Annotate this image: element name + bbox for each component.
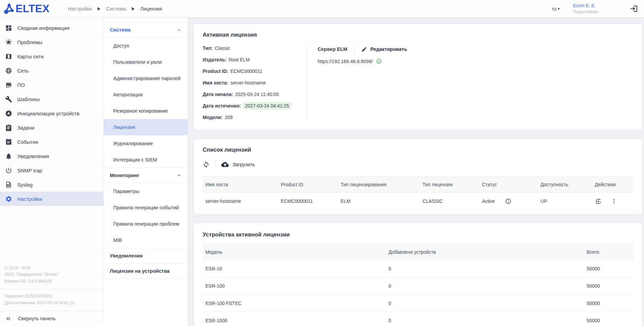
cell-total: 50000 [584, 295, 633, 312]
sidebar-item-software[interactable]: ПО [0, 78, 103, 92]
power-icon [5, 167, 12, 174]
sidebar-item-label: Сеть [17, 68, 28, 74]
user-menu[interactable]: Eccm E. E. SuperAdmin [573, 3, 598, 15]
sidebar-item-label: Проблемы [17, 39, 42, 45]
collapse-panel-button[interactable]: Свернуть панель [0, 311, 103, 326]
column-header: Имя хоста [203, 177, 278, 193]
column-header: Product ID [278, 177, 338, 193]
column-header: Добавлено устройств [386, 244, 584, 260]
toolbar-divider [215, 159, 216, 170]
breadcrumb: Настройки Система Лицензия [68, 6, 162, 12]
submenu-item-authorization[interactable]: Авторизация [104, 87, 187, 103]
cell-availability: UP [538, 193, 592, 210]
submenu-section-notifications[interactable]: Уведомления [104, 248, 187, 264]
field-models: Модели:209 [203, 114, 306, 121]
sidebar-item-label: Задачи [17, 125, 34, 131]
submenu-item-backup[interactable]: Резервное копирование [104, 103, 187, 119]
card-title: Список лицензий [194, 139, 642, 153]
refresh-icon [203, 161, 209, 168]
breadcrumb-item-system[interactable]: Система [106, 6, 126, 12]
field-product-id: Product ID:ECMC0000011 [203, 68, 306, 75]
edit-server-button[interactable]: Редактировать [361, 46, 407, 52]
language-selector[interactable]: ru ▼ [552, 6, 560, 12]
devices-card: Устройства активной лицензии Модель Доба… [194, 223, 643, 326]
top-bar: ELTEX Настройки Система Лицензия ru ▼ Ec… [0, 0, 644, 18]
expiry-highlight: 2027-03-24 04:41:25 [243, 102, 291, 110]
activate-license-button[interactable] [595, 198, 602, 205]
restart-play-icon [595, 198, 602, 205]
sidebar-item-syslog[interactable]: LOG Syslog [0, 177, 103, 192]
section-label: Лицензии на устройства [110, 268, 169, 274]
submenu-item-mib[interactable]: MIB [104, 232, 187, 248]
server-url: https://192.168.48.8:8099/ [318, 59, 373, 64]
sidebar-item-snmp-trap[interactable]: SNMP trap [0, 163, 103, 177]
divider [354, 45, 355, 54]
cell-added: 0 [386, 312, 584, 326]
eltex-logo[interactable]: ELTEX [4, 3, 49, 15]
breadcrumb-item-license: Лицензия [140, 6, 162, 12]
logout-button[interactable] [629, 4, 638, 13]
cell-added: 0 [386, 295, 584, 312]
clipboard-icon [5, 124, 12, 131]
breadcrumb-item-settings[interactable]: Настройки [68, 6, 92, 12]
card-title: Активная лицензия [194, 24, 642, 38]
cell-licensing-type: ELM [338, 193, 420, 210]
log-file-icon: LOG [5, 181, 12, 188]
main-content: Активная лицензия Тип:Classic Издатель:R… [188, 18, 644, 326]
cell-model: ESR-100 FSTEC [203, 295, 386, 312]
sidebar-item-device-init[interactable]: A Инициализация устройств [0, 106, 103, 120]
primary-nav: Сводная информация Проблемы Карты сети С… [0, 18, 103, 206]
sidebar-item-problems[interactable]: Проблемы [0, 35, 103, 49]
table-row: ESR-100 FSTEC 0 50000 [203, 295, 633, 312]
submenu-item-journaling[interactable]: Журналирование [104, 135, 187, 152]
cell-total: 50000 [584, 260, 633, 277]
sidebar-item-network-maps[interactable]: Карты сети [0, 49, 103, 63]
submenu-section-device-licenses[interactable]: Лицензии на устройства [104, 263, 187, 279]
cell-hostname: server-hostname [203, 193, 278, 210]
submenu-section-system[interactable]: Система [104, 22, 187, 38]
submenu-item-siem[interactable]: Интеграция с SIEM [104, 152, 187, 168]
column-header: Модель [203, 244, 386, 260]
submenu-item-license[interactable]: Лицензия [104, 119, 187, 135]
cell-total: 50000 [584, 312, 633, 326]
settings-submenu: Система Доступ Пользователи и роли Админ… [104, 18, 188, 326]
sidebar-item-templates[interactable]: Шаблоны [0, 92, 103, 106]
sidebar-item-summary[interactable]: Сводная информация [0, 21, 103, 35]
siren-icon [5, 39, 12, 46]
submenu-section-monitoring[interactable]: Мониторинг [104, 168, 187, 183]
submenu-item-access[interactable]: Доступ [104, 38, 187, 54]
submenu-item-problem-rules[interactable]: Правила генерации проблем [104, 216, 187, 232]
field-hostname: Имя хоста:server-hostname [203, 79, 306, 87]
license-table: Имя хоста Product ID Тип лицензирования … [194, 176, 642, 214]
column-header: Тип лицензирования [338, 177, 420, 193]
sidebar-item-events[interactable]: События [0, 135, 103, 149]
sidebar-item-label: События [17, 139, 38, 145]
user-role: SuperAdmin [573, 9, 598, 15]
license-info-block: Лицензия: ECMC0000011 Дата истечения: 20… [0, 289, 103, 311]
devices-table: Модель Добавлено устройств Всего ESR-10 … [194, 244, 642, 326]
company-line: ООО "Предприятие "Элтекс" [5, 272, 99, 277]
cell-product-id: ECMC0000011 [278, 193, 338, 210]
sidebar-item-notifications[interactable]: Уведомления [0, 149, 103, 163]
sidebar-item-tasks[interactable]: Задачи [0, 120, 103, 135]
map-icon [5, 53, 12, 60]
submenu-item-password-admin[interactable]: Администрирование паролей [104, 70, 187, 87]
sidebar-item-settings[interactable]: Настройки [0, 192, 103, 206]
submenu-item-users-roles[interactable]: Пользователи и роли [104, 54, 187, 70]
info-icon[interactable] [505, 198, 511, 205]
submenu-item-event-rules[interactable]: Правила генерации событий [104, 199, 187, 216]
sidebar-item-label: Настройки [17, 196, 42, 202]
elm-server-panel: Сервер ELM Редактировать https://192.168… [307, 45, 407, 121]
cell-model: ESR-10 [203, 260, 386, 277]
license-expiry-line: Дата истечения: 2027-03-24 04:41:25 [5, 300, 99, 306]
kebab-menu-button[interactable] [611, 198, 617, 205]
upload-license-button[interactable]: Загрузить [221, 161, 255, 168]
cloud-upload-icon [221, 161, 229, 168]
sidebar-item-network[interactable]: Сеть [0, 63, 103, 78]
refresh-button[interactable] [203, 161, 209, 168]
table-row: ESR-1000 0 50000 [203, 312, 633, 326]
language-label: ru [552, 6, 556, 12]
submenu-item-parameters[interactable]: Параметры [104, 183, 187, 199]
eltex-logo-mark-icon [4, 3, 14, 15]
section-label: Система [110, 27, 130, 33]
